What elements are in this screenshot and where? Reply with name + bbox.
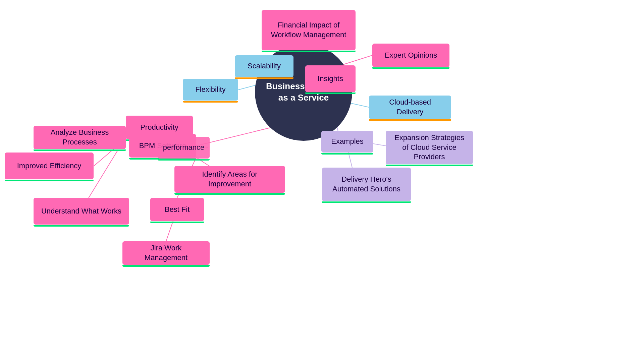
bestfit-label: Best Fit: [165, 205, 190, 215]
flexibility-node: Flexibility: [183, 79, 238, 101]
analyze-node: Analyze Business Processes: [34, 126, 126, 149]
mind-map: Business Process as a Service Financial …: [0, 0, 644, 362]
performance-label2: performance: [163, 143, 205, 153]
expert-node: Expert Opinions: [372, 44, 449, 67]
financial-label: Financial Impact of Workflow Management: [268, 20, 350, 40]
insights-node: Insights: [305, 65, 356, 92]
expert-label: Expert Opinions: [385, 51, 437, 60]
delivery-node: Delivery Hero's Automated Solutions: [322, 168, 411, 201]
flexibility-label: Flexibility: [195, 85, 225, 95]
improved-label: Improved Efficiency: [17, 161, 82, 171]
productivity-label: Productivity: [140, 123, 178, 132]
identify-label: Identify Areas for Improvement: [180, 170, 279, 189]
expansion-label: Expansion Strategies of Cloud Service Pr…: [392, 133, 467, 162]
delivery-label: Delivery Hero's Automated Solutions: [328, 175, 405, 194]
expansion-node: Expansion Strategies of Cloud Service Pr…: [386, 131, 473, 164]
jira-label: Jira Work Management: [128, 243, 204, 262]
financial-node: Financial Impact of Workflow Management: [262, 10, 356, 50]
jira-node: Jira Work Management: [122, 241, 210, 265]
bestfit-node: Best Fit: [150, 198, 204, 221]
examples-label: Examples: [331, 137, 364, 146]
cloud-node: Cloud-based Delivery: [369, 96, 451, 119]
examples-node: Examples: [321, 131, 373, 153]
understand-node: Understand What Works: [34, 198, 129, 225]
scalability-label: Scalability: [248, 61, 281, 71]
improved-node: Improved Efficiency: [5, 153, 94, 179]
scalability-node: Scalability: [235, 55, 293, 77]
insights-label: Insights: [318, 74, 343, 84]
performance-node: performance: [158, 137, 210, 159]
analyze-label: Analyze Business Processes: [40, 128, 120, 147]
understand-label: Understand What Works: [41, 206, 121, 216]
cloud-label: Cloud-based Delivery: [375, 98, 445, 117]
identify-node: Identify Areas for Improvement: [174, 166, 285, 193]
